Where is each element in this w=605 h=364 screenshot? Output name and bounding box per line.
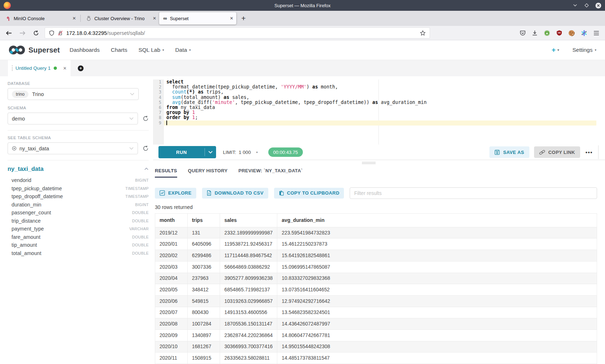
schema-select[interactable]: demo <box>8 113 138 124</box>
copy-link-button[interactable]: COPY LINK <box>534 146 580 158</box>
settings-menu[interactable]: Settings▾ <box>572 47 596 53</box>
code-line[interactable]: 8order by 1; <box>153 115 596 120</box>
table-cell: 1508915 <box>188 352 220 364</box>
explore-button[interactable]: EXPLORE <box>155 188 196 199</box>
window-maximize-icon[interactable] <box>583 2 590 9</box>
tab-close-icon[interactable]: ✕ <box>153 16 156 21</box>
tab-query-history[interactable]: QUERY HISTORY <box>188 168 228 178</box>
run-options-chevron-icon[interactable] <box>205 146 216 158</box>
column-item[interactable]: vendoridBIGINT <box>8 176 149 185</box>
code-line[interactable]: 5 avg(date_diff('minute', tpep_pickup_da… <box>153 100 596 105</box>
tab-preview-table[interactable]: PREVIEW: `NY_TAXI_DATA` <box>238 168 303 178</box>
ublock-origin-icon[interactable]: UO <box>556 30 562 36</box>
column-item[interactable]: tpep_dropoff_datetimeTIMESTAMP <box>8 192 149 201</box>
nav-item-dashboards[interactable]: Dashboards <box>70 47 100 53</box>
save-as-button[interactable]: SAVE AS <box>489 146 529 158</box>
window-minimize-icon[interactable] <box>572 2 578 9</box>
browser-tab-minio[interactable]: MinIO Console ✕ <box>2 12 79 24</box>
window-close-icon[interactable] <box>595 2 601 9</box>
table-cell: 2020/03 <box>155 261 188 273</box>
nav-item-charts[interactable]: Charts <box>111 47 127 53</box>
multi-account-spark-icon[interactable] <box>581 30 587 36</box>
add-query-tab-button[interactable]: + <box>71 60 91 76</box>
query-status-dot <box>54 67 57 70</box>
table-cell: 15.46122150237873 <box>277 238 597 250</box>
tab-results[interactable]: RESULTS <box>155 168 177 178</box>
sql-code[interactable]: 1select2 format_datetime(tpep_pickup_dat… <box>153 79 596 126</box>
query-tab-title: Untitled Query 1 <box>15 65 51 71</box>
table-select[interactable]: ny_taxi_data <box>8 142 138 154</box>
column-item[interactable]: total_amountDOUBLE <box>8 249 149 258</box>
sqllab-sidebar: DATABASE trino Trino SCHEMA demo SEE TAB… <box>0 76 153 364</box>
code-line[interactable]: 9 <box>153 120 596 126</box>
privacy-badger-icon[interactable] <box>544 30 550 36</box>
result-column-header[interactable]: sales <box>220 213 277 227</box>
table-title-link[interactable]: ny_taxi_data <box>8 165 44 172</box>
query-tab-active[interactable]: Untitled Query 1 ✕ <box>8 60 71 76</box>
drag-handle-icon[interactable] <box>12 65 13 71</box>
query-tab-close-icon[interactable]: ✕ <box>63 66 67 71</box>
filter-results-input[interactable] <box>350 187 597 199</box>
column-name: trip_distance <box>12 218 41 224</box>
chevron-down-icon: ▾ <box>162 48 164 52</box>
column-item[interactable]: fare_amountDOUBLE <box>8 233 149 241</box>
nav-item-sql-lab[interactable]: SQL Lab▾ <box>138 47 164 53</box>
refresh-table-icon[interactable] <box>143 145 149 151</box>
table-cell: 12.974924292716642 <box>277 295 597 307</box>
shield-icon[interactable] <box>49 30 54 36</box>
url-bar[interactable]: 172.18.0.4:32295/superset/sqllab/ <box>45 27 430 38</box>
code-line[interactable]: 6from ny_taxi_data <box>153 105 596 110</box>
column-item[interactable]: passenger_countDOUBLE <box>8 209 149 217</box>
code-line[interactable]: 7group by 1 <box>153 110 596 115</box>
column-item[interactable]: tpep_pickup_datetimeTIMESTAMP <box>8 185 149 193</box>
more-actions-button[interactable]: ••• <box>586 149 593 155</box>
table-cell: 26335623.58028811 <box>220 352 277 364</box>
nav-item-data[interactable]: Data▾ <box>175 47 191 53</box>
resize-handle[interactable] <box>362 162 376 165</box>
limit-dropdown[interactable]: LIMIT: 1 000 ▾ <box>223 150 258 155</box>
back-icon[interactable] <box>6 31 12 36</box>
result-column-header[interactable]: month <box>155 213 188 227</box>
column-item[interactable]: trip_distanceDOUBLE <box>8 217 149 225</box>
new-item-button[interactable]: +▾ <box>552 46 559 54</box>
column-item[interactable]: payment_typeVARCHAR <box>8 225 149 233</box>
reload-icon[interactable] <box>33 30 39 36</box>
cookie-icon[interactable] <box>568 30 575 36</box>
refresh-schema-icon[interactable] <box>143 115 149 122</box>
code-line-text: select <box>164 79 596 85</box>
copy-clipboard-button[interactable]: COPY TO CLIPBOARD <box>274 188 344 199</box>
result-column-header[interactable]: avg_duration_min <box>277 213 597 227</box>
superset-favicon-icon: ∞ <box>163 16 167 21</box>
forward-icon[interactable] <box>19 31 26 36</box>
code-line[interactable]: 3 count(*) as trips, <box>153 90 596 95</box>
run-label[interactable]: RUN <box>158 146 205 158</box>
query-timer-badge: 00:00:43.75 <box>268 147 303 157</box>
column-item[interactable]: duration_minBIGINT <box>8 201 149 209</box>
save-icon <box>494 150 500 155</box>
sql-editor[interactable]: 1select2 format_datetime(tpep_pickup_dat… <box>153 76 605 145</box>
run-query-button[interactable]: RUN <box>158 146 216 158</box>
url-text[interactable]: 172.18.0.4:32295/superset/sqllab/ <box>66 30 145 36</box>
chevron-down-icon: ▾ <box>557 48 559 52</box>
collapse-chevron-icon[interactable] <box>144 167 149 170</box>
download-csv-button[interactable]: DOWNLOAD TO CSV <box>202 188 268 199</box>
new-tab-button[interactable]: + <box>241 14 246 23</box>
column-item[interactable]: tip_amountDOUBLE <box>8 241 149 249</box>
hamburger-menu-icon[interactable] <box>593 31 599 36</box>
pocket-icon[interactable] <box>520 30 526 36</box>
code-line[interactable]: 2 format_datetime(tpep_pickup_datetime, … <box>153 85 596 90</box>
database-select[interactable]: trino Trino <box>8 88 139 100</box>
download-icon[interactable] <box>532 30 538 36</box>
lock-insecure-icon[interactable] <box>58 30 63 36</box>
superset-logo[interactable]: Superset <box>9 45 60 55</box>
code-line[interactable]: 1select <box>153 79 596 85</box>
browser-tab-trino[interactable]: Cluster Overview - Trino ✕ <box>82 12 159 24</box>
tab-close-icon[interactable]: ✕ <box>230 16 233 21</box>
tab-close-icon[interactable]: ✕ <box>72 16 76 21</box>
result-column-header[interactable]: trips <box>188 213 220 227</box>
sqllab-main: 1select2 format_datetime(tpep_pickup_dat… <box>153 76 605 364</box>
browser-tab-superset[interactable]: ∞ Superset ✕ <box>159 12 236 24</box>
code-line[interactable]: 4 sum(total_amount) as sales, <box>153 95 596 100</box>
bookmark-star-icon[interactable] <box>420 30 426 36</box>
browser-tab-title: MinIO Console <box>14 16 70 21</box>
